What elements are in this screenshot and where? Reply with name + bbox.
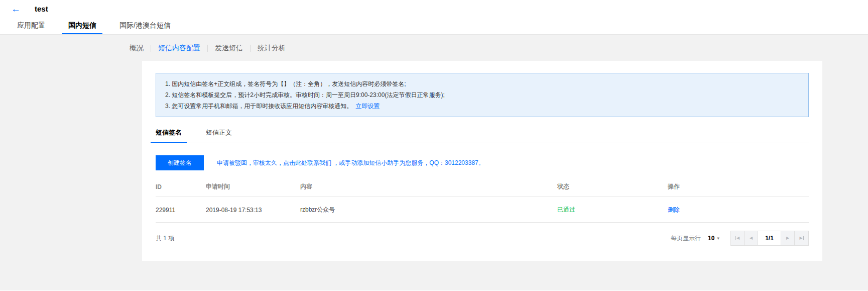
subnav-separator [250, 45, 251, 52]
cell-content: rzbbzr公众号 [300, 197, 557, 223]
subnav-send-sms[interactable]: 发送短信 [215, 44, 243, 53]
page-indicator: 1/1 [758, 231, 781, 245]
tab-domestic-sms[interactable]: 国内短信 [62, 18, 102, 34]
first-page-icon [735, 236, 736, 240]
status-badge: 已通过 [557, 206, 575, 213]
notice-line-3: 3. 您可设置常用手机和邮箱，用于即时接收该应用短信内容审核通知。立即设置 [165, 101, 799, 112]
cell-id: 229911 [156, 197, 206, 223]
back-button[interactable]: ← [11, 4, 21, 14]
tab-app-config[interactable]: 应用配置 [11, 18, 51, 34]
column-header-content: 内容 [300, 176, 557, 197]
tab-sms-signature[interactable]: 短信签名 [151, 128, 187, 143]
next-page-icon: ▶ [786, 236, 789, 240]
prev-page-button[interactable]: ◀ [745, 231, 758, 245]
first-page-button[interactable]: ◀ [731, 231, 745, 245]
app-tab-bar: 应用配置 国内短信 国际/港澳台短信 [0, 18, 868, 35]
subnav-separator [151, 45, 151, 52]
setup-now-link[interactable]: 立即设置 [355, 103, 380, 110]
table-footer: 共 1 项 每页显示行 10 ▾ ◀ ◀ 1/1 ▶ [156, 231, 809, 246]
pagination-controls: 每页显示行 10 ▾ ◀ ◀ 1/1 ▶ [671, 231, 809, 246]
workspace: 概况 短信内容配置 发送短信 统计分析 1. 国内短信由签名+正文组成，签名符号… [0, 35, 868, 290]
table-header-row: ID 申请时间 内容 状态 操作 [156, 176, 809, 197]
notice-line-3-text: 3. 您可设置常用手机和邮箱，用于即时接收该应用短信内容审核通知。 [165, 103, 352, 110]
subnav-separator [207, 45, 208, 52]
title-bar: ← test [0, 0, 868, 18]
create-signature-button[interactable]: 创建签名 [156, 155, 204, 170]
notice-line-2: 2. 短信签名和模板提交后，预计2小时完成审核。审核时间：周一至周日9:00-2… [165, 89, 799, 101]
signature-table: ID 申请时间 内容 状态 操作 229911 2019-08-19 17:53… [156, 176, 809, 223]
last-page-icon [803, 236, 804, 240]
column-header-id: ID [156, 176, 206, 197]
total-count: 共 1 项 [156, 234, 174, 243]
subnav-statistics[interactable]: 统计分析 [258, 44, 286, 53]
tab-sms-body[interactable]: 短信正文 [201, 128, 237, 143]
content-tab-bar: 短信签名 短信正文 [151, 128, 809, 143]
column-header-action: 操作 [668, 176, 809, 197]
content-card: 1. 国内短信由签名+正文组成，签名符号为【】（注：全角），发送短信内容时必须带… [142, 61, 822, 261]
back-arrow-icon: ← [11, 4, 21, 14]
prev-page-icon: ◀ [750, 236, 753, 240]
contact-us-link[interactable]: 申请被驳回，审核太久，点击此处联系我们 ，或手动添加短信小助手为您服务，QQ：3… [217, 159, 484, 167]
next-page-button[interactable]: ▶ [781, 231, 795, 245]
page-title: test [35, 5, 48, 13]
pager: ◀ ◀ 1/1 ▶ ▶ [730, 231, 809, 246]
page-size-value: 10 [708, 235, 714, 242]
page-size-label: 每页显示行 [671, 234, 701, 243]
column-header-time: 申请时间 [206, 176, 300, 197]
subnav: 概况 短信内容配置 发送短信 统计分析 [130, 41, 868, 56]
last-page-button[interactable]: ▶ [795, 231, 808, 245]
column-header-status: 状态 [557, 176, 668, 197]
cell-apply-time: 2019-08-19 17:53:13 [206, 197, 300, 223]
notice-box: 1. 国内短信由签名+正文组成，签名符号为【】（注：全角），发送短信内容时必须带… [156, 73, 809, 117]
subnav-overview[interactable]: 概况 [130, 44, 144, 53]
chevron-down-icon: ▾ [717, 236, 719, 241]
tab-international-sms[interactable]: 国际/港澳台短信 [113, 18, 177, 34]
toolbar: 创建签名 申请被驳回，审核太久，点击此处联系我们 ，或手动添加短信小助手为您服务… [156, 155, 809, 170]
subnav-content-config[interactable]: 短信内容配置 [158, 44, 200, 53]
delete-link[interactable]: 删除 [668, 206, 680, 213]
table-row: 229911 2019-08-19 17:53:13 rzbbzr公众号 已通过… [156, 197, 809, 223]
page-size-select[interactable]: 10 ▾ [708, 235, 719, 242]
notice-line-1: 1. 国内短信由签名+正文组成，签名符号为【】（注：全角），发送短信内容时必须带… [165, 78, 799, 89]
